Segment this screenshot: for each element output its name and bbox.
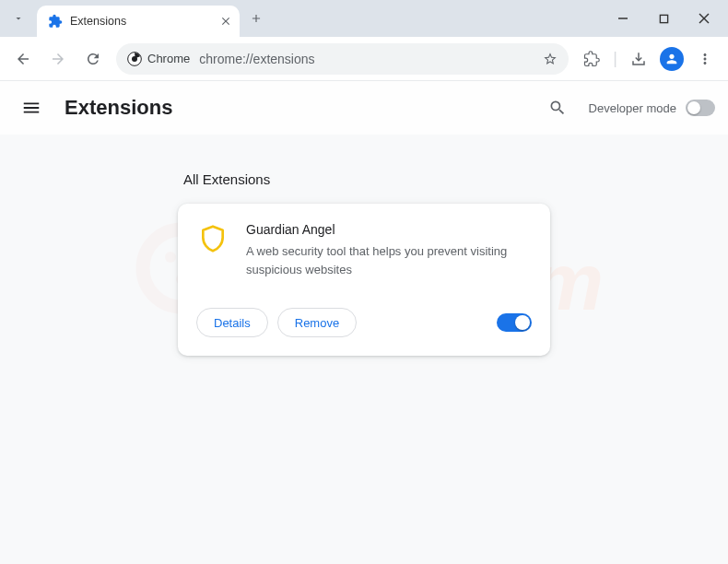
section-heading: All Extensions (178, 171, 550, 187)
profile-button[interactable] (660, 47, 684, 71)
chrome-icon (127, 52, 142, 66)
new-tab-button[interactable] (240, 4, 273, 33)
extensions-button[interactable] (576, 43, 607, 75)
extensions-page-header: Extensions Developer mode (0, 81, 728, 135)
developer-mode-label: Developer mode (589, 101, 676, 115)
site-identity[interactable]: Chrome (127, 52, 190, 66)
tab-title: Extensions (70, 15, 212, 28)
search-extensions-button[interactable] (541, 91, 574, 124)
browser-tab[interactable]: Extensions (37, 6, 240, 37)
downloads-button[interactable] (623, 43, 654, 75)
extension-description: A web security tool that helps you preve… (246, 242, 532, 278)
url-text: chrome://extensions (199, 52, 534, 66)
browser-title-bar: Extensions (0, 0, 728, 37)
forward-button[interactable] (42, 43, 74, 75)
window-controls (603, 0, 728, 37)
hamburger-icon (21, 98, 41, 118)
bookmark-button[interactable] (543, 52, 558, 66)
back-button[interactable] (7, 43, 39, 75)
close-tab-button[interactable] (219, 15, 232, 28)
toolbar-separator: | (613, 49, 617, 68)
browser-toolbar: Chrome chrome://extensions | (0, 37, 728, 81)
svg-rect-6 (660, 15, 667, 22)
search-icon (548, 99, 567, 117)
person-icon (664, 52, 679, 66)
main-menu-button[interactable] (13, 89, 50, 126)
extension-name: Guardian Angel (246, 222, 532, 237)
tab-search-dropdown[interactable] (0, 4, 37, 33)
remove-button[interactable]: Remove (277, 308, 357, 337)
extension-card: Guardian Angel A web security tool that … (178, 204, 550, 356)
maximize-window-button[interactable] (643, 0, 684, 37)
developer-mode-toggle[interactable] (686, 100, 715, 116)
developer-mode-control: Developer mode (589, 100, 715, 116)
minimize-window-button[interactable] (603, 0, 643, 37)
close-window-button[interactable] (684, 0, 724, 37)
extensions-content: All Extensions Guardian Angel A web secu… (0, 135, 728, 564)
shield-icon (196, 222, 229, 255)
page-title: Extensions (65, 96, 526, 120)
details-button[interactable]: Details (196, 308, 268, 337)
site-identity-label: Chrome (147, 52, 190, 65)
puzzle-icon (48, 14, 63, 29)
reload-button[interactable] (77, 43, 109, 75)
browser-menu-button[interactable] (689, 43, 721, 75)
extension-enable-toggle[interactable] (497, 313, 532, 332)
address-bar[interactable]: Chrome chrome://extensions (116, 43, 569, 75)
